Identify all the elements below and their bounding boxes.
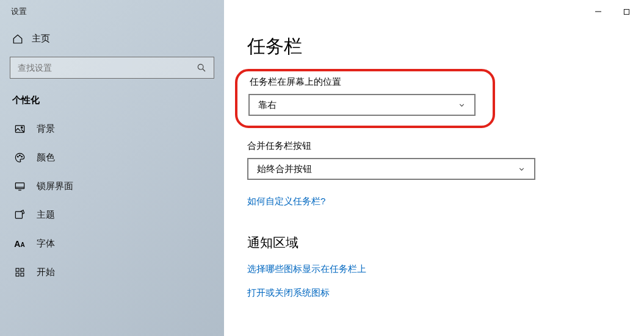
- notification-area-heading: 通知区域: [247, 234, 644, 251]
- sidebar: 设置 主页 个性化 背景 颜色 锁屏界面: [0, 0, 224, 336]
- dropdown-value: 靠右: [258, 99, 277, 111]
- minimize-button[interactable]: [584, 2, 612, 21]
- sidebar-item-background[interactable]: 背景: [0, 115, 224, 143]
- sidebar-item-start[interactable]: 开始: [0, 258, 224, 287]
- maximize-button[interactable]: [612, 2, 640, 21]
- search-icon: [197, 63, 206, 73]
- sidebar-item-lockscreen[interactable]: 锁屏界面: [0, 172, 224, 201]
- edit-icon: [13, 209, 26, 221]
- svg-point-6: [21, 156, 22, 157]
- svg-rect-11: [16, 268, 19, 271]
- sidebar-item-label: 开始: [37, 266, 55, 278]
- sidebar-item-label: 锁屏界面: [37, 181, 73, 192]
- page-title: 任务栏: [247, 34, 644, 59]
- picture-icon: [13, 123, 26, 135]
- dropdown-value: 始终合并按钮: [257, 163, 312, 175]
- monitor-icon: [13, 181, 26, 192]
- chevron-down-icon: [518, 165, 526, 173]
- svg-rect-10: [15, 212, 22, 218]
- position-dropdown[interactable]: 靠右: [248, 94, 476, 116]
- home-nav[interactable]: 主页: [0, 27, 224, 51]
- sidebar-item-label: 背景: [37, 123, 55, 135]
- main-content: 任务栏 任务栏在屏幕上的位置 靠右 合并任务栏按钮 始终合并按钮 如何自定义任务…: [224, 0, 644, 336]
- sidebar-item-label: 字体: [37, 238, 55, 249]
- system-icons-link[interactable]: 打开或关闭系统图标: [247, 287, 644, 299]
- combine-group: 合并任务栏按钮 始终合并按钮: [247, 140, 535, 180]
- sidebar-item-colors[interactable]: 颜色: [0, 143, 224, 172]
- search-box[interactable]: [10, 57, 214, 79]
- window-controls: [584, 2, 640, 21]
- svg-rect-14: [20, 273, 23, 276]
- svg-rect-13: [16, 273, 19, 276]
- font-icon: AA: [13, 239, 26, 249]
- customize-link[interactable]: 如何自定义任务栏?: [247, 196, 644, 207]
- sidebar-item-fonts[interactable]: AA 字体: [0, 229, 224, 258]
- svg-point-3: [21, 127, 22, 128]
- highlight-annotation: 任务栏在屏幕上的位置 靠右: [235, 69, 495, 128]
- home-icon: [12, 34, 23, 45]
- svg-point-4: [17, 156, 18, 157]
- svg-rect-7: [15, 183, 24, 189]
- sidebar-item-label: 主题: [37, 209, 55, 221]
- svg-point-5: [19, 155, 20, 156]
- search-input[interactable]: [18, 63, 197, 73]
- chevron-down-icon: [458, 101, 466, 109]
- select-icons-link[interactable]: 选择哪些图标显示在任务栏上: [247, 263, 644, 275]
- start-icon: [13, 267, 26, 277]
- svg-point-0: [198, 64, 203, 70]
- sidebar-item-themes[interactable]: 主题: [0, 201, 224, 229]
- svg-rect-16: [624, 9, 629, 14]
- sidebar-item-label: 颜色: [37, 152, 55, 163]
- svg-line-1: [203, 69, 205, 71]
- position-label: 任务栏在屏幕上的位置: [248, 76, 476, 88]
- app-title: 设置: [0, 4, 224, 27]
- palette-icon: [13, 152, 26, 163]
- combine-dropdown[interactable]: 始终合并按钮: [247, 158, 535, 180]
- home-label: 主页: [32, 33, 50, 45]
- svg-rect-12: [20, 268, 23, 271]
- section-header: 个性化: [0, 91, 224, 115]
- combine-label: 合并任务栏按钮: [247, 140, 535, 152]
